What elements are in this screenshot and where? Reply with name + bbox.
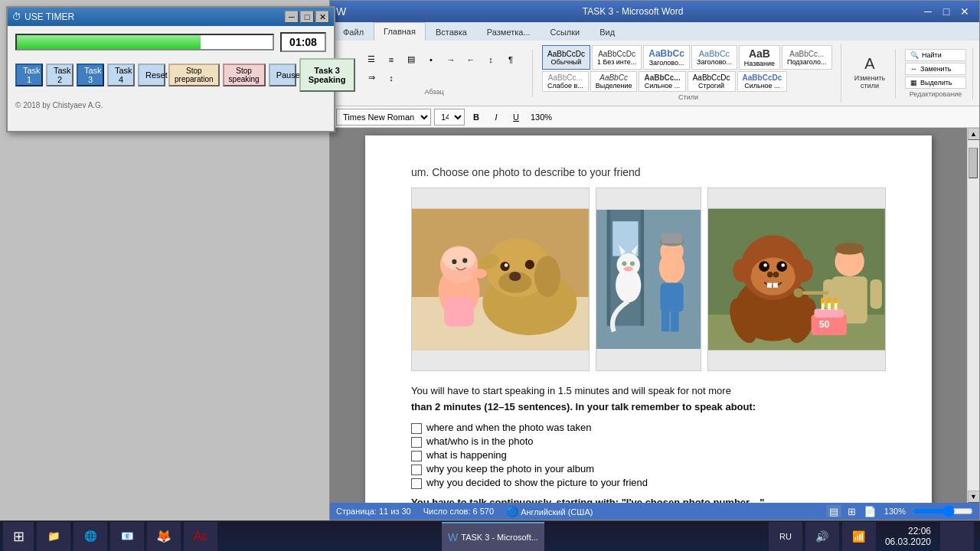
pilcrow-btn[interactable]: ¶ [501, 51, 520, 68]
timer-display: 01:08 [280, 32, 326, 52]
sort-btn[interactable]: ↕ [482, 51, 500, 68]
change-styles-button[interactable]: A Изменить стили [851, 51, 889, 95]
view-read-btn[interactable]: 📄 [863, 505, 878, 517]
scroll-up-arrow[interactable]: ▲ [968, 128, 980, 140]
taskbar-foxpdf[interactable]: 🦊 [147, 522, 181, 551]
style-emphasis-btn[interactable]: AaBbCc Выделение [590, 71, 638, 92]
align-center-btn[interactable]: ☰ [362, 51, 381, 68]
tab-file[interactable]: Файл [333, 22, 374, 41]
style-subtitle-btn[interactable]: AaBbCc... Подзаголо... [782, 45, 831, 70]
font-size-select[interactable]: 14 [434, 109, 465, 126]
svg-point-24 [616, 253, 639, 276]
taskbar-language-btn[interactable]: RU [769, 522, 802, 551]
style-title-btn[interactable]: AaB Название [739, 45, 780, 70]
tab-layout[interactable]: Разметка... [477, 22, 541, 41]
task1-btn[interactable]: Task 1 [15, 64, 43, 86]
scroll-thumb[interactable] [969, 148, 978, 178]
checkbox-1[interactable] [411, 423, 422, 434]
svg-rect-62 [815, 308, 844, 318]
outdent-btn[interactable]: ← [462, 51, 480, 68]
select-icon: ▦ [910, 79, 917, 86]
taskbar-word-item[interactable]: W TASK 3 - Microsoft... [442, 522, 544, 551]
style-strong-btn[interactable]: AaBbCc... Сильное ... [639, 71, 685, 92]
view-print-btn[interactable]: ▤ [826, 505, 841, 517]
ribbon: Файл Главная Вставка Разметка... Ссылки … [330, 22, 979, 106]
italic-btn[interactable]: I [488, 109, 505, 126]
indent-btn[interactable]: → [442, 51, 460, 68]
svg-point-29 [623, 266, 632, 271]
photo1-svg [412, 188, 589, 370]
taskbar-pdf[interactable]: Ac [184, 522, 217, 551]
close-button[interactable]: ✕ [956, 5, 973, 18]
start-button[interactable]: ⊞ [3, 522, 34, 551]
word-statusbar: Страница: 11 из 30 Число слов: 6 570 🔵 А… [330, 503, 979, 520]
checkbox-5[interactable] [411, 478, 422, 489]
checkbox-4[interactable] [411, 465, 422, 475]
replace-button[interactable]: ↔ Заменить [905, 63, 966, 75]
tab-home[interactable]: Главная [374, 22, 426, 41]
underline-btn[interactable]: U [508, 109, 524, 126]
progress-container: 01:08 [15, 32, 326, 52]
style-subtle-btn[interactable]: AaBbCc... Слабое в... [542, 71, 589, 92]
doc-container: um. Choose one photo to describe to your… [330, 128, 979, 503]
change-styles-icon: A [864, 55, 874, 73]
replace-icon: ↔ [910, 65, 917, 73]
window-controls: ─ □ ✕ [920, 5, 973, 18]
tab-insert[interactable]: Вставка [426, 22, 477, 41]
photo-3: 50 [707, 187, 886, 371]
scroll-down-arrow[interactable]: ▼ [968, 491, 980, 503]
task2-btn[interactable]: Task 2 [46, 64, 74, 86]
tab-refs[interactable]: Ссылки [541, 22, 590, 41]
task3-btn[interactable]: Task 3 [77, 64, 104, 86]
style-strict-btn[interactable]: AaBbCcDc Строгий [688, 71, 736, 92]
reset-btn[interactable]: Reset [138, 64, 165, 86]
svg-rect-58 [871, 279, 882, 308]
select-button[interactable]: ▦ Выделить [905, 77, 966, 89]
tab-view[interactable]: Вид [590, 22, 625, 41]
show-desktop-btn[interactable] [940, 522, 974, 551]
svg-rect-33 [662, 233, 682, 243]
svg-point-44 [764, 263, 768, 267]
task4-btn[interactable]: Task 4 [107, 64, 135, 86]
zoom-slider[interactable] [912, 507, 973, 516]
taskbar-network-btn[interactable]: 📶 [842, 522, 876, 551]
task3-speaking-btn[interactable]: Task 3 Speaking [299, 58, 355, 92]
rtl-btn[interactable]: ⇒ [362, 70, 381, 86]
taskbar-right: RU 🔊 📶 22:06 06.03.2020 [769, 522, 980, 551]
style-heading1-btn[interactable]: AaBbCc Заголово... [643, 45, 690, 70]
minimize-button[interactable]: ─ [920, 5, 936, 18]
pause-btn[interactable]: Pause [269, 64, 296, 86]
ribbon-editing-group: 🔍 Найти ↔ Заменить ▦ Выделить Редактиров… [899, 47, 973, 99]
list-btn[interactable]: • [422, 51, 440, 68]
justify-btn[interactable]: ▤ [402, 51, 420, 68]
stop-prep-btn[interactable]: Stop preparation [168, 64, 220, 86]
doc-main[interactable]: um. Choose one photo to describe to your… [330, 128, 967, 503]
svg-point-55 [835, 243, 864, 254]
style-no-interval-btn[interactable]: AaBbCcDc 1 Без инте... [592, 45, 642, 70]
maximize-button[interactable]: □ [938, 5, 955, 18]
font-select[interactable]: Times New Roman [336, 109, 431, 126]
align-right-btn[interactable]: ≡ [382, 51, 400, 68]
svg-point-4 [443, 247, 475, 271]
taskbar-mail[interactable]: 📧 [110, 522, 144, 551]
language-info: 🔵 Английский (США) [506, 506, 593, 517]
svg-rect-21 [640, 210, 644, 326]
stop-speak-btn[interactable]: Stop speaking [223, 64, 266, 86]
style-intense-btn[interactable]: AaBbCcDc Сильное ... [737, 71, 788, 92]
bold-btn[interactable]: B [468, 109, 485, 126]
timer-minimize-btn[interactable]: ─ [285, 11, 299, 23]
checkbox-3[interactable] [411, 451, 422, 461]
timer-close-btn[interactable]: ✕ [315, 11, 329, 23]
style-heading2-btn[interactable]: AaBbCc Заголово... [691, 45, 737, 70]
progress-bar-inner [17, 35, 201, 49]
taskbar-volume-btn[interactable]: 🔊 [805, 522, 839, 551]
find-button[interactable]: 🔍 Найти [905, 49, 966, 61]
spacing-btn[interactable]: ↕ [382, 70, 400, 86]
zoom-level: 130% [884, 507, 906, 516]
style-normal-btn[interactable]: AaBbCcDc Обычный [542, 45, 590, 70]
view-web-btn[interactable]: ⊞ [844, 505, 860, 517]
taskbar-browser[interactable]: 🌐 [74, 522, 107, 551]
timer-maximize-btn[interactable]: □ [300, 11, 314, 23]
checkbox-2[interactable] [411, 437, 422, 448]
taskbar-file-explorer[interactable]: 📁 [37, 522, 70, 551]
